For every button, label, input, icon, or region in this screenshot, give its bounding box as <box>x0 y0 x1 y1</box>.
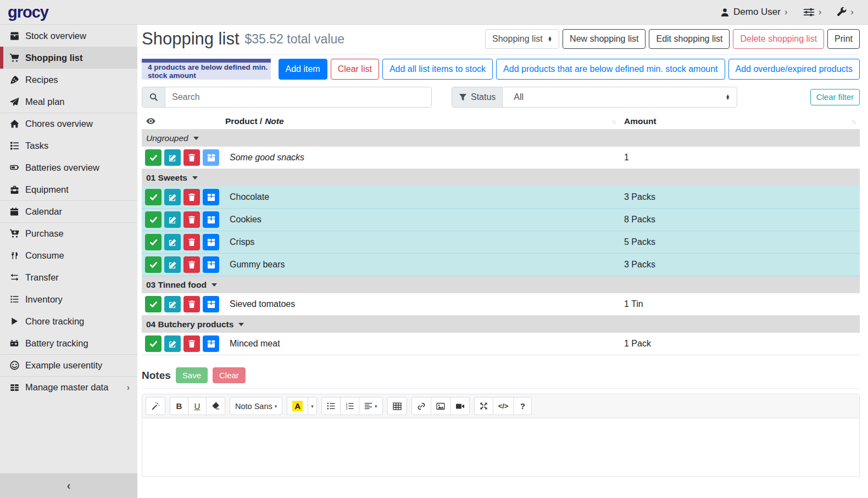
status-select[interactable]: All ▲▼ <box>503 87 737 107</box>
sidebar-item-chore-tracking[interactable]: Chore tracking <box>0 310 137 332</box>
group-header-ungrouped[interactable]: Ungrouped <box>142 130 860 147</box>
min-stock-notice[interactable]: 4 products are below defined min. stock … <box>142 59 271 80</box>
notes-save-button[interactable]: Save <box>176 367 208 383</box>
done-item-button[interactable] <box>145 335 162 352</box>
paragraph-align-button[interactable]: ▾ <box>359 397 383 415</box>
done-item-button[interactable] <box>145 211 162 228</box>
delete-item-button[interactable] <box>183 234 200 250</box>
sidebar-item-calendar[interactable]: Calendar <box>0 200 137 222</box>
sidebar-item-battery-tracking[interactable]: Battery tracking <box>0 332 137 354</box>
done-item-button[interactable] <box>145 234 162 250</box>
shopping-cart-icon <box>8 53 20 63</box>
delete-item-button[interactable] <box>183 149 200 166</box>
done-item-button[interactable] <box>145 296 162 312</box>
done-item-button[interactable] <box>145 189 162 205</box>
sidebar-item-manage-master-data[interactable]: Manage master data › <box>0 376 137 398</box>
font-color-dropdown[interactable]: ▾ <box>308 397 317 415</box>
underline-button[interactable]: U <box>188 397 207 415</box>
sidebar-item-chores-overview[interactable]: Chores overview <box>0 113 137 135</box>
bold-button[interactable]: B <box>170 397 188 415</box>
notes-clear-button[interactable]: Clear <box>213 367 246 383</box>
insert-image-button[interactable] <box>431 397 450 415</box>
delete-item-button[interactable] <box>183 211 200 228</box>
done-item-button[interactable] <box>145 256 162 273</box>
edit-item-button[interactable] <box>164 256 181 273</box>
magic-style-button[interactable] <box>146 397 165 415</box>
sidebar-item-purchase[interactable]: Purchase <box>0 222 137 244</box>
clear-list-button[interactable]: Clear list <box>331 59 379 80</box>
add-to-stock-button[interactable] <box>203 335 219 352</box>
video-icon <box>455 402 464 411</box>
sidebar-item-transfer[interactable]: Transfer <box>0 266 137 288</box>
sidebar-item-label: Example userentity <box>25 360 102 371</box>
add-overdue-button[interactable]: Add overdue/expired products <box>728 59 860 80</box>
sidebar-item-tasks[interactable]: Tasks <box>0 135 137 156</box>
font-family-select[interactable]: Noto Sans ▾ <box>230 397 282 415</box>
group-header-sweets[interactable]: 01 Sweets <box>142 169 860 186</box>
insert-table-button[interactable] <box>387 397 407 415</box>
calendar-icon <box>8 207 20 216</box>
sidebar-item-equipment[interactable]: Equipment <box>0 178 137 200</box>
sidebar-item-stock-overview[interactable]: Stock overview <box>0 25 137 47</box>
app-logo[interactable]: grocy <box>0 3 137 21</box>
eye-icon[interactable] <box>142 116 225 126</box>
delete-item-button[interactable] <box>183 296 200 312</box>
editor-content-area[interactable] <box>142 418 859 476</box>
edit-item-button[interactable] <box>164 335 181 352</box>
insert-video-button[interactable] <box>450 397 470 415</box>
sort-icon[interactable]: ↑↓ <box>852 118 855 125</box>
group-header-butchery-products[interactable]: 04 Butchery products <box>142 316 860 333</box>
delete-shopping-list-button[interactable]: Delete shopping list <box>733 29 824 48</box>
font-color-button[interactable]: A <box>287 397 308 415</box>
sidebar-item-batteries-overview[interactable]: Batteries overview <box>0 156 137 178</box>
add-to-stock-button[interactable] <box>203 189 219 205</box>
sidebar-item-recipes[interactable]: Recipes <box>0 69 137 91</box>
sidebar-item-inventory[interactable]: Inventory <box>0 288 137 310</box>
edit-item-button[interactable] <box>164 149 181 166</box>
sidebar-item-shopping-list[interactable]: Shopping list <box>0 47 137 69</box>
delete-item-button[interactable] <box>183 256 200 273</box>
sidebar-item-example-userentity[interactable]: Example userentity <box>0 354 137 376</box>
user-menu[interactable]: Demo User › <box>720 7 788 18</box>
unordered-list-button[interactable] <box>321 397 341 415</box>
admin-menu[interactable]: › <box>837 7 854 18</box>
edit-item-button[interactable] <box>164 296 181 312</box>
add-to-stock-button[interactable] <box>203 234 219 250</box>
settings-menu[interactable]: › <box>803 7 822 18</box>
sort-icon[interactable]: ↑↓ <box>611 118 615 125</box>
delete-item-button[interactable] <box>183 335 200 352</box>
add-below-min-stock-button[interactable]: Add products that are below defined min.… <box>496 59 725 80</box>
add-to-stock-button[interactable] <box>203 256 219 273</box>
search-input[interactable] <box>165 87 431 107</box>
code-view-button[interactable]: </> <box>493 397 514 415</box>
help-button[interactable]: ? <box>513 397 532 415</box>
add-item-button[interactable]: Add item <box>279 59 327 80</box>
shopping-list-select[interactable]: Shopping list ▲▼ <box>485 29 559 48</box>
edit-item-button[interactable] <box>164 211 181 228</box>
print-button[interactable]: Print <box>827 29 860 48</box>
caret-down-icon <box>193 137 199 140</box>
clear-filter-button[interactable]: Clear filter <box>810 89 860 105</box>
sidebar-item-label: Purchase <box>25 228 64 239</box>
chevron-right-icon: › <box>819 7 822 18</box>
add-all-to-stock-button[interactable]: Add all list items to stock <box>382 59 493 80</box>
sidebar-item-meal-plan[interactable]: Meal plan <box>0 91 137 113</box>
add-to-stock-button[interactable] <box>203 211 219 228</box>
sidebar-item-consume[interactable]: Consume <box>0 244 137 266</box>
delete-item-button[interactable] <box>183 189 200 205</box>
edit-shopping-list-button[interactable]: Edit shopping list <box>649 29 730 48</box>
ordered-list-button[interactable]: 123 <box>340 397 359 415</box>
edit-item-button[interactable] <box>164 234 181 250</box>
fullscreen-button[interactable] <box>474 397 493 415</box>
insert-link-button[interactable] <box>411 397 431 415</box>
clear-formatting-button[interactable] <box>206 397 225 415</box>
new-shopping-list-button[interactable]: New shopping list <box>563 29 646 48</box>
sidebar-collapse-button[interactable]: ‹ <box>0 473 137 498</box>
done-item-button[interactable] <box>145 149 162 166</box>
group-header-tinned-food[interactable]: 03 Tinned food <box>142 276 860 293</box>
edit-item-button[interactable] <box>164 189 181 205</box>
product-column-header[interactable]: Product /Note ↑↓ <box>225 116 620 126</box>
add-to-stock-button[interactable] <box>203 296 219 312</box>
amount-column-header[interactable]: Amount ↑↓ <box>620 116 860 126</box>
add-to-stock-button[interactable] <box>203 149 219 166</box>
